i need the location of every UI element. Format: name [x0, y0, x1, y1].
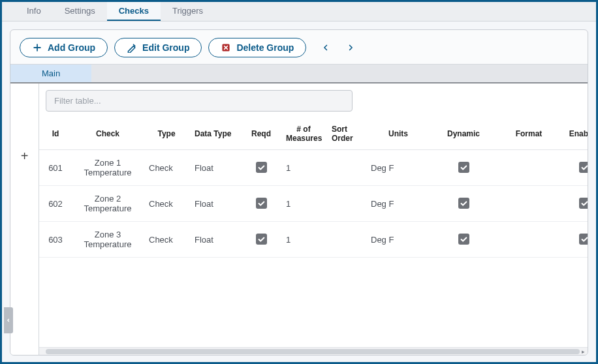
group-toolbar: Add Group Edit Group Delete Group [10, 30, 588, 64]
edit-group-label: Edit Group [142, 42, 189, 53]
cell-reqd[interactable] [242, 186, 281, 222]
checkbox-checked-icon[interactable] [458, 162, 469, 173]
col-enabled[interactable]: Enabled [561, 121, 588, 150]
filter-input[interactable] [46, 90, 353, 112]
cell-id: 602 [39, 186, 72, 222]
table-row[interactable]: 602Zone 2 TemperatureCheckFloat1Deg F [39, 186, 588, 222]
next-group-button[interactable] [344, 41, 357, 54]
checkbox-checked-icon[interactable] [256, 234, 267, 245]
checkbox-checked-icon[interactable] [256, 198, 267, 209]
cell-dynamic[interactable] [431, 150, 496, 186]
cell-format [496, 222, 561, 258]
cell-enabled[interactable] [561, 186, 588, 222]
cell-units: Deg F [366, 186, 431, 222]
cell-measures: 1 [281, 150, 326, 186]
delete-group-button[interactable]: Delete Group [208, 38, 306, 57]
checkbox-checked-icon[interactable] [458, 198, 469, 209]
tab-checks[interactable]: Checks [107, 1, 161, 21]
cell-type: Check [144, 222, 189, 258]
col-type[interactable]: Type [144, 121, 189, 150]
cell-check: Zone 2 Temperature [72, 186, 144, 222]
cell-type: Check [144, 150, 189, 186]
col-measures[interactable]: # of Measures [281, 121, 326, 150]
checkbox-checked-icon[interactable] [458, 234, 469, 245]
checks-table: Id Check Type Data Type Reqd # of Measur… [39, 121, 588, 258]
col-reqd[interactable]: Reqd [242, 121, 281, 150]
cell-sort [326, 150, 366, 186]
col-sort[interactable]: Sort Order [326, 121, 366, 150]
cell-sort [326, 222, 366, 258]
cell-dynamic[interactable] [431, 222, 496, 258]
col-data-type[interactable]: Data Type [189, 121, 242, 150]
cell-sort [326, 186, 366, 222]
group-tabs: Main [10, 64, 588, 83]
tab-triggers[interactable]: Triggers [161, 1, 215, 21]
add-group-label: Add Group [48, 42, 95, 53]
table-header-row: Id Check Type Data Type Reqd # of Measur… [39, 121, 588, 150]
pencil-icon [127, 42, 137, 53]
col-format[interactable]: Format [496, 121, 561, 150]
checkbox-checked-icon[interactable] [579, 234, 588, 245]
cell-reqd[interactable] [242, 222, 281, 258]
horizontal-scrollbar[interactable]: ▸ [39, 347, 588, 355]
checkbox-checked-icon[interactable] [579, 162, 588, 173]
delete-group-label: Delete Group [236, 42, 294, 53]
cell-units: Deg F [366, 222, 431, 258]
group-nav [319, 41, 357, 54]
cell-enabled[interactable] [561, 150, 588, 186]
col-id[interactable]: Id [39, 121, 72, 150]
tab-info[interactable]: Info [15, 1, 53, 21]
cell-dynamic[interactable] [431, 186, 496, 222]
tab-settings[interactable]: Settings [53, 1, 107, 21]
checks-panel: Add Group Edit Group Delete Group Main [10, 29, 588, 356]
prev-group-button[interactable] [319, 41, 332, 54]
col-dynamic[interactable]: Dynamic [431, 121, 496, 150]
cell-reqd[interactable] [242, 150, 281, 186]
left-rail: + [10, 83, 39, 355]
cell-check: Zone 1 Temperature [72, 150, 144, 186]
cell-data-type: Float [189, 186, 242, 222]
table-row[interactable]: 601Zone 1 TemperatureCheckFloat1Deg F [39, 150, 588, 186]
cell-data-type: Float [189, 222, 242, 258]
cell-format [496, 150, 561, 186]
cell-data-type: Float [189, 150, 242, 186]
checkbox-checked-icon[interactable] [256, 162, 267, 173]
col-units[interactable]: Units [366, 121, 431, 150]
edit-group-button[interactable]: Edit Group [114, 38, 202, 57]
add-group-button[interactable]: Add Group [20, 38, 108, 57]
group-tab-main[interactable]: Main [10, 65, 91, 82]
cell-measures: 1 [281, 186, 326, 222]
cell-format [496, 186, 561, 222]
table-area: Id Check Type Data Type Reqd # of Measur… [39, 83, 588, 355]
top-tabs: Info Settings Checks Triggers [2, 2, 596, 22]
plus-icon [32, 42, 42, 53]
cell-type: Check [144, 186, 189, 222]
scrollbar-thumb[interactable] [46, 349, 580, 354]
collapse-handle[interactable] [4, 307, 13, 333]
delete-icon [221, 42, 231, 53]
col-check[interactable]: Check [72, 121, 144, 150]
scroll-right-arrow[interactable]: ▸ [580, 348, 587, 355]
cell-measures: 1 [281, 222, 326, 258]
checkbox-checked-icon[interactable] [579, 198, 588, 209]
cell-check: Zone 3 Temperature [72, 222, 144, 258]
table-row[interactable]: 603Zone 3 TemperatureCheckFloat1Deg F [39, 222, 588, 258]
cell-id: 603 [39, 222, 72, 258]
add-row-button[interactable]: + [21, 149, 29, 164]
cell-units: Deg F [366, 150, 431, 186]
cell-id: 601 [39, 150, 72, 186]
cell-enabled[interactable] [561, 222, 588, 258]
